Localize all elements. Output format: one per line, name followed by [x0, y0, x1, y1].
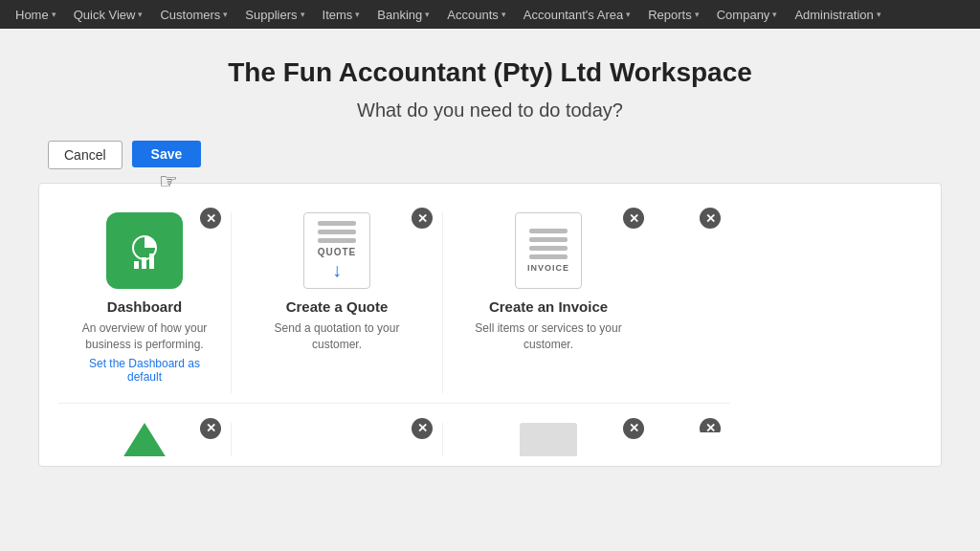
quote-lines	[318, 221, 356, 247]
svg-rect-2	[142, 257, 146, 269]
dashboard-default-link[interactable]: Set the Dashboard as default	[78, 357, 212, 384]
nav-banking-arrow: ▾	[425, 10, 430, 19]
nav-accountants-area[interactable]: Accountant's Area ▾	[516, 4, 638, 26]
invoice-card: ✕ INVOICE Create an Invoice Sell items o…	[443, 203, 654, 372]
bottom-close-3[interactable]: ✕	[623, 418, 644, 439]
page-title: The Fun Accountant (Pty) Ltd Workspace	[38, 57, 942, 88]
bottom-icon-3	[520, 423, 577, 456]
bottom-close-1[interactable]: ✕	[200, 418, 221, 439]
navbar: Home ▾ Quick View ▾ Customers ▾ Supplier…	[0, 0, 980, 29]
invoice-line-4	[529, 254, 568, 259]
nav-home-arrow: ▾	[52, 10, 56, 19]
invoice-close-button[interactable]: ✕	[623, 208, 644, 229]
nav-quickview[interactable]: Quick View ▾	[66, 4, 151, 26]
nav-items[interactable]: Items ▾	[315, 4, 368, 26]
save-button[interactable]: Save	[132, 141, 202, 167]
dashboard-icon	[106, 212, 183, 289]
quote-label-text: QUOTE	[318, 247, 357, 257]
nav-company-arrow: ▾	[772, 10, 777, 19]
triangle-icon	[121, 423, 168, 456]
nav-suppliers-arrow: ▾	[301, 10, 305, 19]
cards-container: ✕ Dashboard An overview of how your busi…	[38, 183, 942, 467]
invoice-icon: INVOICE	[515, 212, 582, 289]
dashboard-card-desc: An overview of how your business is perf…	[78, 320, 212, 353]
nav-banking[interactable]: Banking ▾	[369, 4, 437, 26]
svg-rect-3	[149, 253, 154, 269]
nav-home[interactable]: Home ▾	[8, 4, 64, 26]
invoice-line-3	[529, 246, 568, 251]
quote-close-button[interactable]: ✕	[412, 208, 433, 229]
dashboard-svg	[121, 227, 168, 275]
invoice-line-1	[529, 229, 568, 233]
quote-icon: QUOTE ↓	[303, 212, 370, 289]
nav-company[interactable]: Company ▾	[709, 4, 786, 26]
nav-customers[interactable]: Customers ▾	[152, 4, 235, 26]
page-subtitle: What do you need to do today?	[38, 99, 942, 121]
invoice-line-2	[529, 237, 568, 242]
bottom-card-1: ✕	[58, 413, 231, 466]
invoice-card-title: Create an Invoice	[489, 298, 608, 315]
extra-card-right: ✕	[654, 203, 730, 231]
invoice-card-desc: Sell items or services to your customer.	[462, 320, 635, 353]
bottom-icon-1	[121, 423, 168, 456]
svg-rect-1	[134, 261, 139, 269]
invoice-label-text: INVOICE	[527, 263, 569, 273]
nav-administration-arrow: ▾	[877, 10, 881, 19]
quote-arrow-icon: ↓	[332, 259, 342, 281]
extra-close-button-right[interactable]: ✕	[700, 208, 721, 229]
nav-customers-arrow: ▾	[223, 10, 228, 19]
dashboard-close-button[interactable]: ✕	[200, 208, 221, 229]
quote-card: ✕ QUOTE ↓ Create a Quote Send a quotatio…	[232, 203, 442, 372]
quote-card-title: Create a Quote	[286, 298, 389, 315]
bottom-card-2: ✕	[232, 413, 442, 432]
bottom-close-4[interactable]: ✕	[700, 418, 721, 432]
nav-quickview-arrow: ▾	[138, 10, 143, 19]
nav-accounts-arrow: ▾	[501, 10, 506, 19]
bottom-doc-icon	[520, 423, 577, 456]
cancel-button[interactable]: Cancel	[48, 141, 122, 169]
main-content: The Fun Accountant (Pty) Ltd Workspace W…	[0, 29, 980, 486]
nav-administration[interactable]: Administration ▾	[787, 4, 888, 26]
dashboard-card: ✕ Dashboard An overview of how your busi…	[58, 203, 231, 403]
cards-row-bottom: ✕ ✕ ✕ ✕	[58, 403, 730, 466]
quote-line-1	[318, 221, 356, 226]
invoice-lines	[529, 229, 568, 263]
quote-line-2	[318, 230, 356, 234]
nav-items-arrow: ▾	[355, 10, 360, 19]
bottom-card-3: ✕	[443, 413, 654, 466]
quote-line-3	[318, 238, 356, 243]
cards-row-top: ✕ Dashboard An overview of how your busi…	[58, 203, 730, 403]
nav-reports[interactable]: Reports ▾	[640, 4, 707, 26]
bottom-close-2[interactable]: ✕	[412, 418, 433, 439]
dashboard-card-title: Dashboard	[107, 298, 182, 315]
nav-accounts[interactable]: Accounts ▾	[439, 4, 513, 26]
bottom-card-4: ✕	[654, 413, 730, 432]
quote-card-desc: Send a quotation to your customer.	[251, 320, 423, 353]
action-bar: Cancel Save ☞	[38, 141, 942, 169]
nav-reports-arrow: ▾	[695, 10, 700, 19]
nav-accountants-area-arrow: ▾	[626, 10, 631, 19]
nav-suppliers[interactable]: Suppliers ▾	[237, 4, 312, 26]
